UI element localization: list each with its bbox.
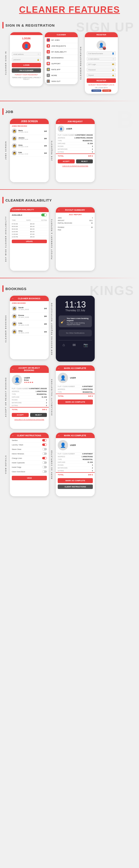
view-details-back[interactable]: ← bbox=[12, 434, 14, 437]
avail-time-1: 08:00 AM bbox=[12, 226, 18, 227]
job-item-0[interactable]: 👩 Maria 12 June | 09:00 $45 bbox=[10, 128, 49, 135]
reg-email-field[interactable]: e-mail address ✉ bbox=[87, 57, 116, 61]
bookings-back-arrow[interactable]: ← bbox=[12, 297, 14, 300]
menu-item-5[interactable]: ⭐ RATE APP bbox=[45, 67, 78, 72]
toggle-5[interactable] bbox=[42, 461, 47, 464]
google-button[interactable]: G Google bbox=[102, 89, 111, 92]
ar-field-extras: EXTRAS 0 bbox=[10, 404, 49, 407]
client-instructions-button[interactable]: CLIENT INSTRUCTIONS bbox=[58, 485, 93, 489]
booking-detail-0: 12 June | 09:00 bbox=[18, 309, 43, 310]
register-button[interactable]: REGISTER bbox=[87, 79, 116, 83]
cleaner-registration-label: CLEANER REGISTRATION bbox=[80, 46, 83, 80]
accept-reject-user-info: USER Brian ★★★★★ bbox=[24, 377, 33, 383]
accept-back-arrow[interactable]: ← bbox=[12, 368, 14, 371]
accept-button[interactable]: ACCEPT bbox=[58, 159, 75, 163]
camera-footer-icon[interactable]: 📷 bbox=[83, 343, 88, 347]
menu-label-7: SIGN OUT bbox=[51, 80, 60, 83]
toggle-label-7: Clean Oven/Stove bbox=[12, 471, 25, 472]
availability-toggle[interactable] bbox=[41, 214, 47, 216]
toggle-1[interactable] bbox=[42, 443, 47, 446]
time-col-header: TIME bbox=[12, 219, 16, 221]
avail-val-value-type: RESIDENTIAL bbox=[83, 391, 93, 393]
password-field[interactable]: password 🔒 bbox=[12, 57, 41, 62]
avail-validation-phone: ← MARK AS COMPLETE 👤 USER FLAT / CLEAN N… bbox=[56, 365, 95, 429]
mark-complete-main-button[interactable]: MARK AS COMPLETE bbox=[58, 478, 93, 483]
booking-name-3: Amy bbox=[18, 330, 43, 332]
menu-item-6[interactable]: ⚙ MORE bbox=[45, 72, 78, 79]
ar-label-bathrooms: BATHROOMS bbox=[12, 402, 22, 404]
forgot-password-link[interactable]: FORGOT YOUR PASSWORD? bbox=[12, 74, 41, 75]
job-item-3[interactable]: 👩 Kate 15 June | 14:00 $40 bbox=[10, 150, 49, 157]
eft-placeholder: EFT Login bbox=[88, 64, 96, 65]
job-item-1[interactable]: 👩 Jessica 13 June | 10:00 $60 bbox=[10, 135, 49, 142]
toggle-2[interactable] bbox=[42, 448, 47, 451]
menu-item-2[interactable]: 📅 MY AVAILABILITY bbox=[45, 49, 78, 55]
menu-icon-1: 📋 bbox=[47, 44, 50, 48]
view-button[interactable]: VIEW bbox=[12, 476, 47, 480]
availability-section: CLEANER AVAILABILITY DAY WISE CLEANER AV… bbox=[0, 192, 139, 275]
already-registered-link[interactable]: ALREADY REGISTERED? LOG IN bbox=[87, 84, 116, 86]
booking-item-0[interactable]: 👩 Sarah 12 June | 09:00 $45 bbox=[10, 305, 49, 312]
avail-val-back[interactable]: ← bbox=[58, 367, 60, 369]
toggle-3[interactable] bbox=[42, 453, 47, 455]
menu-item-7[interactable]: 🚪 SIGN OUT bbox=[45, 79, 78, 84]
email-field[interactable]: email address ✉ bbox=[12, 52, 41, 56]
ar-availability-link[interactable]: AVAILABILITY BY ALTERNATIVE DATES/TIME bbox=[10, 418, 49, 421]
fullname-field[interactable]: Full Name/Surname 👤 bbox=[87, 51, 116, 56]
terms-link[interactable]: TERMS AND CONDITIONS | PRIVACY POLICY bbox=[12, 77, 41, 80]
mark-complete-button[interactable]: MARK AS COMPLETE bbox=[58, 400, 93, 404]
ar-reject-button[interactable]: REJECT bbox=[30, 413, 47, 417]
toggle-4[interactable] bbox=[42, 457, 47, 459]
eft-field[interactable]: EFT Login 💳 bbox=[87, 62, 116, 66]
login-phone-header bbox=[10, 32, 43, 35]
booking-item-2[interactable]: 👩 Lisa 14 June | 11:00 $55 bbox=[10, 320, 49, 328]
payout-value-2: $0 bbox=[91, 222, 93, 224]
bookings-section-label: JOBS BOOKED bbox=[10, 301, 49, 305]
job-avatar-2: 👩 bbox=[12, 143, 17, 148]
login-button[interactable]: LOGIN bbox=[12, 63, 41, 67]
ar-label-type: TYPE bbox=[12, 393, 16, 395]
menu-item-1[interactable]: 📋 JOB REQUESTS bbox=[45, 43, 78, 49]
register-screen: 👤 📷 Full Name/Surname 👤 e-mail address ✉… bbox=[85, 37, 118, 94]
toggle-6[interactable] bbox=[42, 466, 47, 468]
menu-item-0[interactable]: 👤 MY JOBS bbox=[45, 37, 78, 43]
ar-action-buttons: ACCEPT REJECT bbox=[10, 411, 49, 418]
job-item-2[interactable]: 👩 Anna 14 June | 11:00 $55 bbox=[10, 142, 49, 150]
update-button[interactable]: UPDATE bbox=[12, 240, 47, 243]
job-total-row: TOTAL $45 $ bbox=[56, 154, 95, 158]
avail-time-4: 11:00 AM bbox=[12, 234, 18, 235]
toggle-0[interactable] bbox=[42, 439, 47, 441]
toggle-7[interactable] bbox=[42, 470, 47, 473]
im-cleaner-button[interactable]: I'M A CLEANER bbox=[12, 68, 41, 73]
accept-reject-title: ACCEPT OR REJECT BOOKING bbox=[14, 367, 44, 372]
menu-item-3[interactable]: 🔖 BOOKMARKS bbox=[45, 55, 78, 61]
mark-completed-back[interactable]: ← bbox=[58, 434, 60, 437]
menu-item-4[interactable]: 📊 SUPPORT bbox=[45, 61, 78, 67]
booking-amount-3: $40 bbox=[44, 331, 47, 333]
availability-link[interactable]: CHECK MY ALTERNATIVE DATES/TIME bbox=[56, 165, 95, 167]
ar-accept-button[interactable]: ACCEPT bbox=[12, 413, 29, 417]
avail-val-value-address: 1 ARMSTRONG bbox=[82, 389, 93, 390]
message-footer-icon[interactable]: ✉ bbox=[73, 343, 76, 347]
home-footer-icon[interactable]: ⌂ bbox=[62, 343, 65, 347]
repeat-field[interactable]: Repeat 🔒 bbox=[87, 73, 116, 77]
day-wise-avail-label: DAY WISE CLEANER AVAILABILITY bbox=[5, 216, 8, 261]
booking-item-1[interactable]: 👩 Emma 13 June | 10:00 $60 bbox=[10, 312, 49, 320]
avail-val-user-label: USER bbox=[70, 377, 76, 379]
accept-reject-phone: ← ACCEPT OR REJECT BOOKING 👤 USER Brian … bbox=[10, 365, 49, 429]
job-amount-1: $60 bbox=[44, 138, 47, 140]
mc-field-address: ADDRESS 1 ARMSTRONG bbox=[56, 455, 95, 458]
back-arrow-icon[interactable]: ← bbox=[58, 120, 60, 123]
reg-password-field[interactable]: Password 🔒 bbox=[87, 68, 116, 72]
job-avatar-1: 👩 bbox=[12, 136, 17, 141]
avail-rate-1: $55.00 bbox=[30, 226, 34, 227]
new-booking-notif-label: NEW BOOKING REQUEST NOTIFICATION bbox=[51, 303, 54, 355]
payout-value-1: $311 bbox=[89, 220, 93, 221]
reject-button[interactable]: REJECT bbox=[76, 159, 93, 163]
job-avatar-0: 👩 bbox=[12, 128, 17, 134]
booking-item-3[interactable]: 👩 Amy 15 June | 14:00 $40 bbox=[10, 328, 49, 336]
payout-back-arrow[interactable]: ← bbox=[58, 209, 60, 211]
mc-label-flat: FLAT / CLEAN NUMBER bbox=[58, 453, 75, 455]
facebook-button[interactable]: f Facebook bbox=[91, 89, 101, 92]
job-detail-0: 12 June | 09:00 bbox=[18, 131, 43, 133]
